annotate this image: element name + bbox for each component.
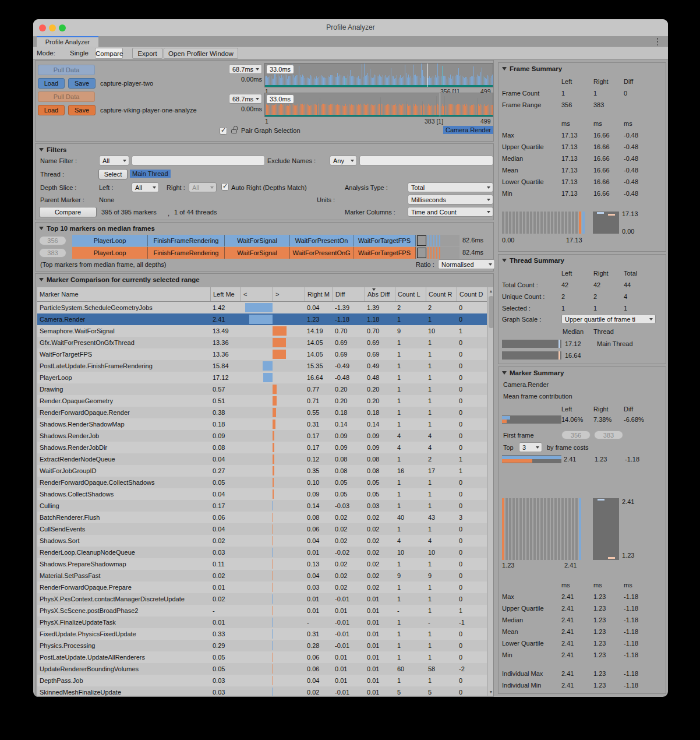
thread-select-button[interactable]: Select xyxy=(98,169,128,179)
analysis-type-dropdown[interactable]: Total xyxy=(408,182,493,192)
top10-right-bar[interactable]: PlayerLoopFinishFrameRenderingWaitForSig… xyxy=(72,247,459,259)
scroll-down-icon[interactable]: ▼ xyxy=(487,690,494,694)
depth-left-dropdown[interactable]: All xyxy=(132,182,159,192)
collapse-comparison-icon[interactable] xyxy=(39,278,44,281)
table-row[interactable]: Camera.Render2.411.23-1.181.18110 xyxy=(37,313,487,325)
save-left-button[interactable]: Save xyxy=(68,78,96,89)
marker-line-badge-right[interactable]: 33.0ms xyxy=(266,94,294,104)
marker-line-badge-left[interactable]: 33.0ms xyxy=(266,65,294,74)
name-filter-input[interactable] xyxy=(132,156,265,165)
table-row[interactable]: Semaphore.WaitForSignal13.4914.190.700.7… xyxy=(37,325,487,337)
table-row[interactable]: WaitForJobGroupID0.270.350.080.0816171 xyxy=(37,465,487,477)
table-row[interactable]: Shadows.RenderJob0.090.170.090.09440 xyxy=(37,430,487,442)
name-filter-mode-dropdown[interactable]: All xyxy=(99,156,129,165)
column-header[interactable]: Right M xyxy=(305,287,333,301)
table-row[interactable]: Shadows.RenderShadowMap0.180.310.140.141… xyxy=(37,418,487,430)
open-profiler-window-button[interactable]: Open Profiler Window xyxy=(164,48,238,59)
thread-median-bar[interactable] xyxy=(502,351,561,360)
table-row[interactable]: PlayerLoop17.1216.64-0.480.48110 xyxy=(37,372,487,383)
table-row[interactable]: ParticleSystem.ScheduleGeometryJobs1.420… xyxy=(37,302,487,313)
pair-graph-selection-checkbox[interactable] xyxy=(220,127,227,135)
units-dropdown[interactable]: Milliseconds xyxy=(408,195,493,205)
graph-scale-dropdown[interactable]: Upper quartile of frame ti xyxy=(561,314,656,324)
top10-selected-marker-box[interactable] xyxy=(417,248,426,258)
top10-segment[interactable]: WaitForSignal xyxy=(225,247,290,259)
exclude-names-input[interactable] xyxy=(359,156,493,165)
collapse-top10-icon[interactable] xyxy=(39,227,44,230)
table-row[interactable]: Shadows.PrepareShadowmap0.110.130.020.02… xyxy=(37,558,487,570)
column-header[interactable]: > xyxy=(273,287,305,301)
top10-right-frame-chip[interactable]: 383 xyxy=(39,248,66,258)
table-row[interactable]: Physics.Processing0.290.28-0.010.01110 xyxy=(37,640,487,651)
compare-button[interactable]: Compare xyxy=(39,207,97,217)
collapse-filters-icon[interactable] xyxy=(39,148,44,151)
collapse-frame-summary-icon[interactable] xyxy=(502,67,507,71)
kebab-menu-icon[interactable] xyxy=(656,38,659,45)
frame-summary-histogram[interactable] xyxy=(502,212,587,234)
table-row[interactable]: DepthPass.Job0.030.040.010.01110 xyxy=(37,675,487,686)
table-row[interactable]: WaitForTargetFPS13.3614.050.690.69110 xyxy=(37,348,487,360)
table-row[interactable]: SkinnedMeshFinalizeUpdate0.030.02-0.010.… xyxy=(37,686,487,696)
table-row[interactable]: Material.SetPassFast0.020.040.020.02990 xyxy=(37,570,487,582)
table-row[interactable]: PhysX.ScScene.postBroadPhase2-0.010.010.… xyxy=(37,605,487,616)
table-row[interactable]: ExtractRenderNodeQueue0.040.120.080.0812… xyxy=(37,453,487,465)
table-row[interactable]: Shadows.Sort0.020.040.020.02440 xyxy=(37,535,487,547)
top10-left-bar[interactable]: PlayerLoopFinishFrameRenderingWaitForSig… xyxy=(72,235,459,246)
table-row[interactable]: PhysX.FinalizeUpdateTask0.01--0.010.011-… xyxy=(37,616,487,628)
thread-median-bar[interactable] xyxy=(502,340,561,348)
pull-data-right-button[interactable]: Pull Data xyxy=(38,91,95,102)
column-header[interactable]: Count D xyxy=(457,287,487,301)
marker-summary-histogram[interactable] xyxy=(502,498,587,560)
exclude-mode-dropdown[interactable]: Any xyxy=(330,156,357,165)
top10-segment[interactable]: WaitForPresentOnG xyxy=(290,247,353,259)
pull-data-left-button[interactable]: Pull Data xyxy=(38,65,95,75)
top10-segment[interactable]: PlayerLoop xyxy=(72,247,148,259)
tab-profile-analyzer[interactable]: Profile Analyzer xyxy=(37,36,98,47)
marker-summary-boxplot[interactable] xyxy=(593,498,619,560)
table-row[interactable]: CullSendEvents0.040.060.020.02110 xyxy=(37,523,487,535)
frame-timeline-left[interactable]: 33.0ms xyxy=(264,63,493,87)
column-header[interactable]: Abs Diff xyxy=(365,287,395,301)
top10-segment[interactable]: WaitForTargetFPS xyxy=(353,235,416,246)
scroll-up-icon[interactable]: ▲ xyxy=(487,289,494,293)
top10-selected-marker-box[interactable] xyxy=(417,235,426,246)
mode-compare-button[interactable]: Compare xyxy=(95,48,123,59)
table-row[interactable]: RenderForwardOpaque.Prepare0.010.030.020… xyxy=(37,582,487,593)
first-frame-right-chip[interactable]: 383 xyxy=(594,431,623,439)
range-scale-dropdown-left[interactable]: 68.7ms xyxy=(229,64,262,74)
top10-left-frame-chip[interactable]: 356 xyxy=(39,236,66,245)
table-row[interactable]: PostLateUpdate.UpdateAllRenderers0.050.0… xyxy=(37,651,487,663)
column-header[interactable]: Marker Name xyxy=(37,287,210,301)
table-row[interactable]: Drawing0.570.770.200.20110 xyxy=(37,383,487,395)
table-row[interactable]: Render.OpaqueGeometry0.510.710.200.20110 xyxy=(37,395,487,407)
load-right-button[interactable]: Load xyxy=(38,105,65,115)
top10-segment[interactable]: PlayerLoop xyxy=(72,235,148,246)
collapse-marker-summary-icon[interactable] xyxy=(502,371,507,375)
table-row[interactable]: UpdateRendererBoundingVolumes0.050.060.0… xyxy=(37,663,487,675)
top10-segment[interactable]: WaitForPresentOn xyxy=(290,235,353,246)
save-right-button[interactable]: Save xyxy=(68,105,96,115)
table-row[interactable]: Gfx.WaitForPresentOnGfxThread13.3614.050… xyxy=(37,337,487,348)
top10-segment[interactable]: WaitForSignal xyxy=(225,235,290,246)
frame-summary-boxplot[interactable] xyxy=(593,212,619,234)
table-row[interactable]: RenderLoop.CleanupNodeQueue0.030.01-0.02… xyxy=(37,547,487,558)
table-row[interactable]: Shadows.CollectShadows0.040.090.050.0511… xyxy=(37,488,487,500)
mode-single-button[interactable]: Single xyxy=(65,48,93,59)
column-header[interactable]: Diff xyxy=(333,287,365,301)
table-row[interactable]: PostLateUpdate.FinishFrameRendering15.84… xyxy=(37,360,487,372)
mode-export-button[interactable]: Export xyxy=(132,48,162,59)
ratio-dropdown[interactable]: Normalised xyxy=(438,259,495,269)
range-scale-dropdown-right[interactable]: 68.7ms xyxy=(229,94,262,104)
top10-segment[interactable]: WaitForTargetFPS xyxy=(353,247,416,259)
selected-marker-chip[interactable]: Camera.Render xyxy=(443,126,493,134)
table-row[interactable]: FixedUpdate.PhysicsFixedUpdate0.330.31-0… xyxy=(37,628,487,640)
first-frame-left-chip[interactable]: 356 xyxy=(561,431,591,439)
column-header[interactable]: Count R xyxy=(426,287,457,301)
top10-segment[interactable]: FinishFrameRendering xyxy=(148,247,225,259)
top-n-dropdown[interactable]: 3 xyxy=(519,442,542,452)
table-row[interactable]: Shadows.RenderJobDir0.080.170.090.09440 xyxy=(37,442,487,453)
table-row[interactable]: BatchRenderer.Flush0.060.080.020.0240433 xyxy=(37,512,487,523)
scrollbar-thumb[interactable] xyxy=(489,296,494,328)
table-row[interactable]: RenderForwardOpaque.Render0.380.550.180.… xyxy=(37,407,487,418)
column-header[interactable]: < xyxy=(241,287,273,301)
